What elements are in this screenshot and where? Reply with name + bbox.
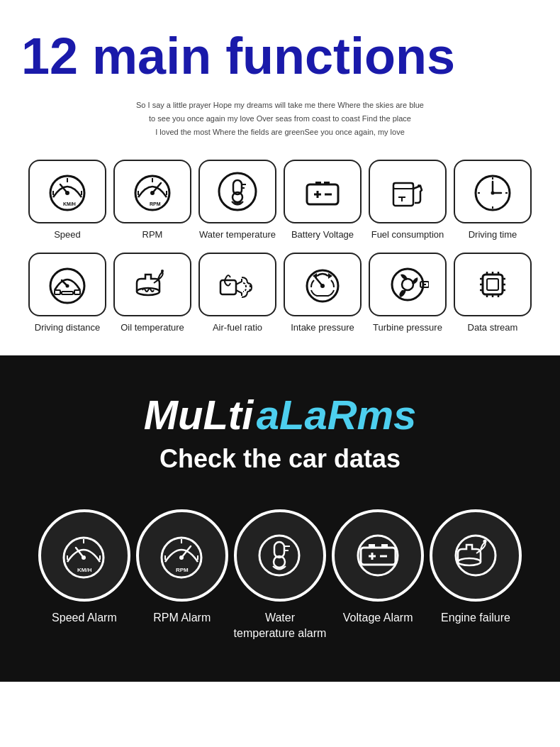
svg-rect-46: [220, 280, 236, 294]
water-temp-icon: [216, 170, 259, 213]
multi-word: MuLti: [144, 392, 254, 438]
alarm-voltage: Voltage Alarm: [332, 509, 424, 626]
functions-grid: KM/H Speed RPM: [21, 160, 539, 334]
data-stream-icon-box: [454, 253, 532, 316]
air-fuel-icon-box: [198, 253, 276, 316]
svg-point-45: [161, 270, 164, 272]
svg-point-9: [150, 191, 155, 195]
engine-failure-circle: [430, 509, 522, 602]
svg-rect-84: [274, 542, 284, 558]
intake-icon: [301, 263, 344, 306]
func-speed: KM/H Speed: [28, 160, 106, 241]
svg-point-88: [358, 536, 398, 575]
alarm-speed: KM/H Speed Alarm: [38, 509, 130, 626]
alarms-grid: KM/H Speed Alarm RPM: [21, 509, 539, 642]
alarms-word: aLaRms: [257, 392, 417, 438]
intake-label: Intake pressure: [291, 322, 354, 334]
func-air-fuel: Air-fuel ratio: [198, 253, 276, 334]
bottom-section: MuLti aLaRms Check the car datas KM/H Sp…: [0, 355, 560, 682]
battery-icon-box: [284, 160, 362, 223]
fuel-icon-box: [369, 160, 447, 223]
func-oil-temp: Oil temperature: [113, 253, 191, 334]
speed-icon-box: KM/H: [28, 160, 106, 223]
alarm-water-temp: Water temperature alarm: [234, 509, 327, 642]
data-stream-label: Data stream: [468, 322, 518, 334]
svg-text:KM/H: KM/H: [77, 567, 92, 573]
air-fuel-icon: [216, 263, 259, 306]
svg-point-2: [65, 191, 69, 195]
svg-rect-39: [55, 290, 60, 294]
svg-rect-25: [393, 183, 413, 206]
svg-rect-55: [483, 275, 503, 294]
svg-rect-41: [74, 290, 80, 294]
speed-alarm-label: Speed Alarm: [52, 610, 117, 626]
func-driving-dist: Driving distance: [28, 253, 106, 334]
driving-time-icon: [471, 170, 514, 213]
svg-text:KM/H: KM/H: [63, 201, 76, 206]
water-temp-alarm-icon: [253, 529, 306, 582]
battery-label: Battery Voltage: [291, 229, 354, 241]
driving-dist-label: Driving distance: [35, 322, 101, 334]
func-data-stream: Data stream: [454, 253, 532, 334]
top-section: 12 main functions So I say a little pray…: [0, 0, 560, 355]
rpm-label: RPM: [142, 229, 163, 241]
water-temp-alarm-circle: [234, 509, 326, 602]
voltage-alarm-icon: [352, 529, 405, 582]
speed-alarm-circle: KM/H: [38, 509, 130, 602]
svg-rect-20: [315, 182, 321, 185]
alarm-rpm: RPM RPM Alarm: [136, 509, 228, 626]
svg-rect-91: [381, 544, 388, 548]
svg-point-33: [491, 192, 495, 195]
oil-temp-label: Oil temperature: [121, 322, 184, 334]
rpm-icon: RPM: [131, 170, 174, 213]
svg-rect-90: [369, 544, 375, 548]
water-temp-icon-box: [198, 160, 276, 223]
driving-time-label: Driving time: [469, 229, 517, 241]
svg-point-95: [456, 536, 495, 575]
oil-temp-icon: [131, 263, 174, 306]
rpm-alarm-label: RPM Alarm: [153, 610, 211, 626]
subtitle-line-1: So I say a little prayer Hope my dreams …: [21, 99, 539, 112]
svg-rect-89: [361, 548, 396, 565]
oil-temp-icon-box: [113, 253, 191, 316]
svg-point-43: [66, 284, 69, 288]
turbine-icon-box: [369, 253, 447, 316]
svg-point-51: [392, 269, 423, 300]
svg-point-52: [402, 279, 413, 290]
rpm-icon-box: RPM: [113, 160, 191, 223]
water-temp-alarm-label: Water temperature alarm: [234, 610, 327, 642]
speed-label: Speed: [54, 229, 81, 241]
main-title: 12 main functions: [21, 28, 539, 84]
rpm-alarm-icon: RPM: [155, 529, 208, 582]
svg-rect-40: [62, 292, 73, 294]
svg-text:RPM: RPM: [176, 567, 189, 573]
svg-point-48: [320, 284, 325, 288]
engine-failure-icon: [449, 529, 503, 582]
engine-failure-label: Engine failure: [441, 610, 510, 626]
speed-alarm-icon: KM/H: [57, 529, 111, 582]
func-turbine: Turbine pressure: [369, 253, 447, 334]
func-water-temp: Water temperature: [198, 160, 276, 241]
func-fuel: Fuel consumption: [369, 160, 447, 241]
svg-rect-21: [324, 182, 330, 185]
voltage-alarm-label: Voltage Alarm: [343, 610, 413, 626]
fuel-label: Fuel consumption: [371, 229, 444, 241]
driving-dist-icon-box: [28, 253, 106, 316]
func-driving-time: Driving time: [454, 160, 532, 241]
svg-rect-56: [487, 279, 498, 290]
turbine-label: Turbine pressure: [373, 322, 442, 334]
subtitle-line-3: I loved the most Where the fields are gr…: [21, 126, 539, 139]
driving-time-icon-box: [454, 160, 532, 223]
svg-point-78: [179, 555, 184, 560]
svg-point-71: [82, 555, 86, 560]
svg-text:RPM: RPM: [150, 201, 161, 206]
alarm-engine: Engine failure: [430, 509, 522, 626]
func-rpm: RPM RPM: [113, 160, 191, 241]
svg-point-27: [418, 184, 420, 187]
intake-icon-box: [284, 253, 362, 316]
svg-rect-19: [307, 184, 338, 204]
battery-icon: [301, 170, 344, 213]
water-temp-label: Water temperature: [199, 229, 276, 241]
driving-dist-icon: [46, 263, 89, 306]
voltage-alarm-circle: [332, 509, 424, 602]
